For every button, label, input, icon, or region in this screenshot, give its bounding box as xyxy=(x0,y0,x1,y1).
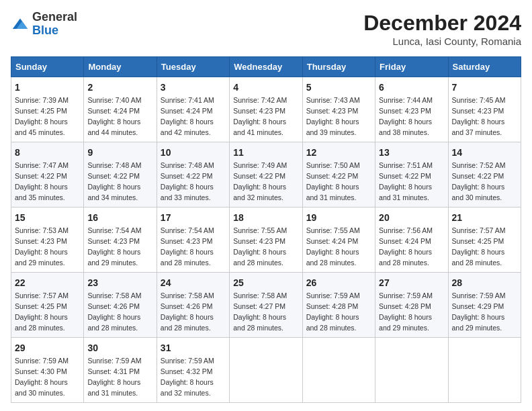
day-number: 8 xyxy=(15,146,80,159)
calendar-day-cell: 28 Sunrise: 7:59 AMSunset: 4:29 PMDaylig… xyxy=(448,273,521,338)
day-number: 14 xyxy=(452,146,517,159)
day-info: Sunrise: 7:45 AMSunset: 4:23 PMDaylight:… xyxy=(452,96,506,136)
calendar-week-row: 29 Sunrise: 7:59 AMSunset: 4:30 PMDaylig… xyxy=(11,338,521,403)
calendar-day-cell: 21 Sunrise: 7:57 AMSunset: 4:25 PMDaylig… xyxy=(448,208,521,273)
day-number: 12 xyxy=(306,146,371,159)
calendar-day-cell: 11 Sunrise: 7:49 AMSunset: 4:22 PMDaylig… xyxy=(230,142,302,208)
calendar-day-cell: 23 Sunrise: 7:58 AMSunset: 4:26 PMDaylig… xyxy=(84,273,157,338)
day-info: Sunrise: 7:47 AMSunset: 4:22 PMDaylight:… xyxy=(15,161,69,201)
day-info: Sunrise: 7:39 AMSunset: 4:25 PMDaylight:… xyxy=(15,96,69,136)
day-number: 5 xyxy=(306,81,371,94)
day-number: 25 xyxy=(233,276,298,289)
calendar-day-cell: 19 Sunrise: 7:55 AMSunset: 4:24 PMDaylig… xyxy=(302,208,375,273)
day-info: Sunrise: 7:55 AMSunset: 4:24 PMDaylight:… xyxy=(306,226,360,267)
calendar-day-cell: 12 Sunrise: 7:50 AMSunset: 4:22 PMDaylig… xyxy=(302,142,375,208)
day-info: Sunrise: 7:42 AMSunset: 4:23 PMDaylight:… xyxy=(233,96,287,136)
calendar-day-cell: 3 Sunrise: 7:41 AMSunset: 4:24 PMDayligh… xyxy=(157,77,229,142)
day-info: Sunrise: 7:54 AMSunset: 4:23 PMDaylight:… xyxy=(161,226,214,267)
weekday-header: Friday xyxy=(375,57,448,77)
day-number: 15 xyxy=(15,211,80,224)
day-info: Sunrise: 7:56 AMSunset: 4:24 PMDaylight:… xyxy=(379,226,433,267)
title-block: December 2024 Lunca, Iasi County, Romani… xyxy=(363,11,521,47)
day-number: 1 xyxy=(15,81,80,94)
calendar-day-cell: 26 Sunrise: 7:59 AMSunset: 4:28 PMDaylig… xyxy=(302,273,375,338)
day-number: 3 xyxy=(161,81,226,94)
weekday-header: Saturday xyxy=(448,57,521,77)
day-info: Sunrise: 7:41 AMSunset: 4:24 PMDaylight:… xyxy=(161,96,214,136)
page-header: General Blue December 2024 Lunca, Iasi C… xyxy=(11,11,521,47)
day-info: Sunrise: 7:43 AMSunset: 4:23 PMDaylight:… xyxy=(306,96,360,136)
calendar-day-cell: 9 Sunrise: 7:48 AMSunset: 4:22 PMDayligh… xyxy=(84,142,157,208)
day-number: 22 xyxy=(15,276,80,289)
day-info: Sunrise: 7:50 AMSunset: 4:22 PMDaylight:… xyxy=(306,161,360,201)
day-number: 4 xyxy=(233,81,298,94)
day-number: 11 xyxy=(233,146,298,159)
calendar-week-row: 1 Sunrise: 7:39 AMSunset: 4:25 PMDayligh… xyxy=(11,77,521,142)
calendar-day-cell: 6 Sunrise: 7:44 AMSunset: 4:23 PMDayligh… xyxy=(375,77,448,142)
calendar-day-cell: 27 Sunrise: 7:59 AMSunset: 4:28 PMDaylig… xyxy=(375,273,448,338)
calendar-day-cell: 31 Sunrise: 7:59 AMSunset: 4:32 PMDaylig… xyxy=(157,338,229,403)
calendar-week-row: 8 Sunrise: 7:47 AMSunset: 4:22 PMDayligh… xyxy=(11,142,521,208)
calendar-header: SundayMondayTuesdayWednesdayThursdayFrid… xyxy=(11,57,521,77)
day-number: 10 xyxy=(161,146,226,159)
logo-text: General Blue xyxy=(32,11,77,38)
day-number: 31 xyxy=(161,341,226,355)
day-info: Sunrise: 7:55 AMSunset: 4:23 PMDaylight:… xyxy=(233,226,287,267)
day-info: Sunrise: 7:53 AMSunset: 4:23 PMDaylight:… xyxy=(15,226,69,267)
weekday-header: Sunday xyxy=(11,57,84,77)
calendar-day-cell: 15 Sunrise: 7:53 AMSunset: 4:23 PMDaylig… xyxy=(11,208,84,273)
weekday-header: Tuesday xyxy=(157,57,229,77)
weekday-row: SundayMondayTuesdayWednesdayThursdayFrid… xyxy=(11,57,521,77)
day-info: Sunrise: 7:49 AMSunset: 4:22 PMDaylight:… xyxy=(233,161,287,201)
calendar-day-cell: 14 Sunrise: 7:52 AMSunset: 4:22 PMDaylig… xyxy=(448,142,521,208)
day-number: 20 xyxy=(379,211,444,224)
day-number: 13 xyxy=(379,146,444,159)
calendar-day-cell: 18 Sunrise: 7:55 AMSunset: 4:23 PMDaylig… xyxy=(230,208,302,273)
day-info: Sunrise: 7:48 AMSunset: 4:22 PMDaylight:… xyxy=(161,161,214,201)
day-info: Sunrise: 7:40 AMSunset: 4:24 PMDaylight:… xyxy=(87,96,141,136)
day-info: Sunrise: 7:54 AMSunset: 4:23 PMDaylight:… xyxy=(87,226,141,267)
day-number: 28 xyxy=(452,276,517,289)
day-info: Sunrise: 7:59 AMSunset: 4:31 PMDaylight:… xyxy=(87,357,141,397)
logo-general: General xyxy=(32,10,77,24)
weekday-header: Thursday xyxy=(302,57,375,77)
calendar-day-cell xyxy=(448,338,521,403)
calendar-day-cell: 2 Sunrise: 7:40 AMSunset: 4:24 PMDayligh… xyxy=(84,77,157,142)
calendar-day-cell: 8 Sunrise: 7:47 AMSunset: 4:22 PMDayligh… xyxy=(11,142,84,208)
day-info: Sunrise: 7:51 AMSunset: 4:22 PMDaylight:… xyxy=(379,161,433,201)
day-info: Sunrise: 7:44 AMSunset: 4:23 PMDaylight:… xyxy=(379,96,433,136)
calendar-day-cell: 7 Sunrise: 7:45 AMSunset: 4:23 PMDayligh… xyxy=(448,77,521,142)
day-number: 24 xyxy=(161,276,226,289)
calendar-day-cell: 25 Sunrise: 7:58 AMSunset: 4:27 PMDaylig… xyxy=(230,273,302,338)
month-title: December 2024 xyxy=(363,11,521,36)
day-number: 9 xyxy=(87,146,152,159)
day-number: 29 xyxy=(15,341,80,355)
calendar-day-cell: 1 Sunrise: 7:39 AMSunset: 4:25 PMDayligh… xyxy=(11,77,84,142)
day-number: 21 xyxy=(452,211,517,224)
day-number: 18 xyxy=(233,211,298,224)
calendar-day-cell: 10 Sunrise: 7:48 AMSunset: 4:22 PMDaylig… xyxy=(157,142,229,208)
calendar-week-row: 15 Sunrise: 7:53 AMSunset: 4:23 PMDaylig… xyxy=(11,208,521,273)
day-info: Sunrise: 7:57 AMSunset: 4:25 PMDaylight:… xyxy=(452,226,506,267)
calendar-day-cell xyxy=(375,338,448,403)
day-number: 26 xyxy=(306,276,371,289)
calendar-day-cell: 5 Sunrise: 7:43 AMSunset: 4:23 PMDayligh… xyxy=(302,77,375,142)
calendar-day-cell: 4 Sunrise: 7:42 AMSunset: 4:23 PMDayligh… xyxy=(230,77,302,142)
day-info: Sunrise: 7:52 AMSunset: 4:22 PMDaylight:… xyxy=(452,161,506,201)
day-info: Sunrise: 7:59 AMSunset: 4:29 PMDaylight:… xyxy=(452,291,506,332)
day-info: Sunrise: 7:58 AMSunset: 4:27 PMDaylight:… xyxy=(233,291,287,332)
calendar-day-cell: 30 Sunrise: 7:59 AMSunset: 4:31 PMDaylig… xyxy=(84,338,157,403)
calendar-day-cell: 29 Sunrise: 7:59 AMSunset: 4:30 PMDaylig… xyxy=(11,338,84,403)
logo-icon xyxy=(11,15,30,34)
day-number: 2 xyxy=(87,81,152,94)
day-info: Sunrise: 7:59 AMSunset: 4:32 PMDaylight:… xyxy=(161,357,214,397)
calendar-body: 1 Sunrise: 7:39 AMSunset: 4:25 PMDayligh… xyxy=(11,77,521,403)
day-number: 30 xyxy=(87,341,152,355)
day-number: 27 xyxy=(379,276,444,289)
day-info: Sunrise: 7:57 AMSunset: 4:25 PMDaylight:… xyxy=(15,291,69,332)
calendar-week-row: 22 Sunrise: 7:57 AMSunset: 4:25 PMDaylig… xyxy=(11,273,521,338)
calendar-table: SundayMondayTuesdayWednesdayThursdayFrid… xyxy=(11,56,521,403)
logo: General Blue xyxy=(11,11,77,38)
calendar-day-cell xyxy=(302,338,375,403)
calendar-day-cell: 20 Sunrise: 7:56 AMSunset: 4:24 PMDaylig… xyxy=(375,208,448,273)
